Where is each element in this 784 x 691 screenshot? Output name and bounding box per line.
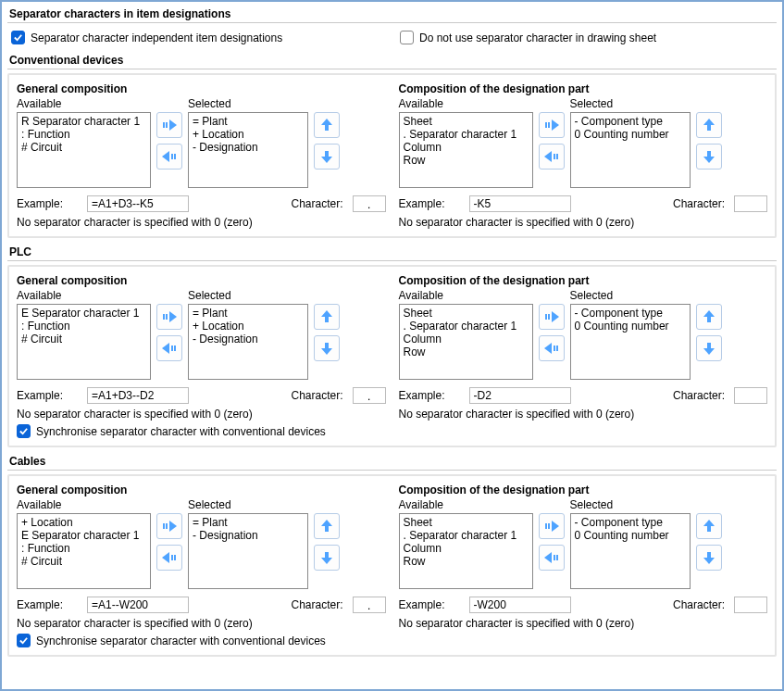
selected-label: Selected — [570, 498, 691, 513]
example-label: Example: — [17, 197, 81, 210]
available-label: Available — [17, 97, 151, 112]
conv-des-example-input[interactable]: -K5 — [469, 195, 571, 212]
move-left-button[interactable] — [156, 545, 182, 571]
move-down-button[interactable] — [696, 144, 722, 170]
available-label: Available — [399, 498, 533, 513]
character-label: Character: — [291, 197, 342, 210]
move-left-button[interactable] — [539, 545, 565, 571]
note-text: No separator character is specified with… — [399, 212, 768, 229]
available-label: Available — [399, 289, 533, 304]
checkbox-drawing[interactable] — [400, 31, 414, 44]
checkbox-independent[interactable] — [11, 31, 25, 44]
checkbox-drawing-label: Do not use separator character in drawin… — [419, 31, 656, 44]
move-up-button[interactable] — [696, 304, 722, 330]
plc-des-available-list[interactable]: Sheet . Separator character 1 Column Row — [399, 304, 533, 380]
sync-label: Synchronise separator character with con… — [36, 425, 326, 438]
move-down-button[interactable] — [696, 545, 722, 571]
character-label: Character: — [673, 389, 725, 402]
available-label: Available — [17, 289, 151, 304]
cab-des-available-list[interactable]: Sheet . Separator character 1 Column Row — [399, 513, 533, 589]
character-label: Character: — [673, 598, 725, 611]
available-label: Available — [399, 97, 533, 112]
conv-gen-selected-list[interactable]: = Plant + Location - Designation — [188, 112, 308, 188]
move-up-button[interactable] — [696, 112, 722, 138]
plc-gen-available-list[interactable]: E Separator character 1 : Function # Cir… — [17, 304, 151, 380]
example-label: Example: — [399, 598, 464, 611]
cab-des-char-input[interactable] — [734, 597, 767, 613]
move-up-button[interactable] — [314, 304, 340, 330]
move-down-button[interactable] — [314, 545, 340, 571]
checkbox-sync-plc[interactable] — [17, 424, 31, 438]
move-left-button[interactable] — [539, 335, 565, 361]
checkbox-independent-label: Separator character independent item des… — [31, 31, 282, 44]
move-up-button[interactable] — [696, 513, 722, 539]
conv-des-available-list[interactable]: Sheet . Separator character 1 Column Row — [399, 112, 533, 188]
plc-des-example-input[interactable]: -D2 — [469, 387, 571, 404]
separator-title: Separator characters in item designation… — [7, 6, 777, 23]
move-right-button[interactable] — [156, 513, 182, 539]
character-label: Character: — [673, 197, 725, 210]
cab-gen-available-list[interactable]: + Location E Separator character 1 : Fun… — [17, 513, 151, 589]
selected-label: Selected — [188, 289, 308, 304]
move-left-button[interactable] — [156, 335, 182, 361]
move-left-button[interactable] — [156, 144, 182, 170]
cab-gen-char-input[interactable] — [353, 597, 386, 613]
designation-label: Composition of the designation part — [399, 82, 768, 97]
selected-label: Selected — [188, 498, 308, 513]
character-label: Character: — [291, 389, 342, 402]
plc-gen-selected-list[interactable]: = Plant + Location - Designation — [188, 304, 308, 380]
plc-gen-example-input[interactable]: =A1+D3--D2 — [87, 387, 189, 404]
cables-title: Cables — [7, 453, 777, 471]
conv-des-char-input[interactable] — [734, 195, 767, 212]
general-label: General composition — [17, 484, 386, 498]
designation-label: Composition of the designation part — [399, 484, 768, 498]
move-down-button[interactable] — [314, 335, 340, 361]
settings-panel: Separator characters in item designation… — [0, 0, 784, 691]
conv-gen-example-input[interactable]: =A1+D3--K5 — [87, 195, 189, 212]
example-label: Example: — [399, 389, 464, 402]
character-label: Character: — [291, 598, 342, 611]
plc-des-char-input[interactable] — [734, 387, 767, 404]
move-right-button[interactable] — [539, 513, 565, 539]
plc-group: General composition Available E Separato… — [7, 265, 777, 447]
note-text: No separator character is specified with… — [17, 613, 386, 630]
move-left-button[interactable] — [539, 144, 565, 170]
move-right-button[interactable] — [156, 112, 182, 138]
general-label: General composition — [17, 82, 386, 97]
available-label: Available — [17, 498, 151, 513]
conv-des-selected-list[interactable]: - Component type 0 Counting number — [570, 112, 691, 188]
cab-gen-example-input[interactable]: =A1--W200 — [87, 597, 189, 613]
cab-des-example-input[interactable]: -W200 — [469, 597, 571, 613]
example-label: Example: — [17, 598, 81, 611]
selected-label: Selected — [188, 97, 308, 112]
move-down-button[interactable] — [314, 144, 340, 170]
example-label: Example: — [399, 197, 464, 210]
note-text: No separator character is specified with… — [399, 613, 768, 630]
note-text: No separator character is specified with… — [17, 212, 386, 229]
selected-label: Selected — [570, 97, 691, 112]
move-up-button[interactable] — [314, 112, 340, 138]
move-up-button[interactable] — [314, 513, 340, 539]
cables-group: General composition Available + Location… — [7, 474, 777, 657]
cab-des-selected-list[interactable]: - Component type 0 Counting number — [570, 513, 691, 589]
conventional-title: Conventional devices — [7, 52, 777, 69]
conv-gen-available-list[interactable]: R Separator character 1 : Function # Cir… — [17, 112, 151, 188]
selected-label: Selected — [570, 289, 691, 304]
move-right-button[interactable] — [539, 304, 565, 330]
move-down-button[interactable] — [696, 335, 722, 361]
move-right-button[interactable] — [539, 112, 565, 138]
move-right-button[interactable] — [156, 304, 182, 330]
note-text: No separator character is specified with… — [17, 404, 386, 421]
conv-gen-char-input[interactable] — [353, 195, 386, 212]
plc-des-selected-list[interactable]: - Component type 0 Counting number — [570, 304, 691, 380]
sync-label: Synchronise separator character with con… — [36, 634, 326, 647]
plc-gen-char-input[interactable] — [353, 387, 386, 404]
plc-title: PLC — [7, 244, 777, 261]
example-label: Example: — [17, 389, 81, 402]
conventional-group: General composition Available R Separato… — [7, 73, 777, 238]
designation-label: Composition of the designation part — [399, 274, 768, 289]
note-text: No separator character is specified with… — [399, 404, 768, 421]
cab-gen-selected-list[interactable]: = Plant - Designation — [188, 513, 308, 589]
general-label: General composition — [17, 274, 386, 289]
checkbox-sync-cables[interactable] — [17, 634, 31, 647]
